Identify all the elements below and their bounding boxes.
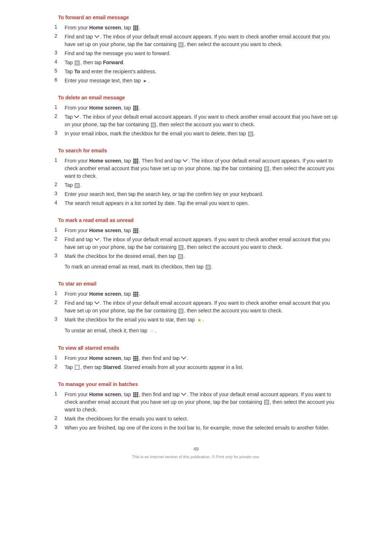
chevron-icon [183, 159, 188, 162]
steps-mark-unread: 1 From your Home screen, tap . 2 Find an… [51, 227, 341, 260]
step-text: From your Home screen, tap . [65, 104, 140, 112]
note-unstar: To unstar an email, check it, then tap ☆… [65, 327, 341, 335]
square-icon [75, 365, 79, 370]
star-icon: ★ [197, 316, 202, 324]
section-star-email: To star an email 1 From your Home screen… [51, 281, 341, 335]
step-text: The search result appears in a list sort… [65, 200, 249, 207]
step-item: 5 Tap To and enter the recipient's addre… [51, 68, 341, 75]
dot-icon [151, 123, 156, 127]
step-item: 4 The search result appears in a list so… [51, 200, 341, 207]
step-number: 2 [54, 415, 65, 423]
step-text: From your Home screen, tap . [65, 227, 140, 234]
dot-icon [178, 254, 183, 259]
dot-icon [264, 167, 269, 171]
grid-icon [133, 159, 138, 164]
step-item: 1 From your Home screen, tap . Then find… [51, 157, 341, 180]
dot-icon [75, 61, 79, 65]
step-number: 4 [54, 59, 65, 66]
section-title-delete: To delete an email message [51, 95, 341, 100]
chevron-icon [182, 357, 186, 360]
step-number: 2 [54, 236, 65, 251]
step-item: 2 Find and tap . The inbox of your defau… [51, 236, 341, 251]
step-text: From your Home screen, tap . Then find a… [65, 157, 341, 180]
step-text: In your email inbox, mark the checkbox f… [65, 130, 255, 138]
dot-icon [179, 309, 183, 313]
step-text: From your Home screen, tap . [65, 290, 140, 298]
step-item: 6 Enter your message text, then tap ►. [51, 77, 341, 85]
step-item: 3 Enter your search text, then tap the s… [51, 190, 341, 198]
step-number: 5 [54, 68, 65, 75]
step-item: 2 Tap . [51, 181, 341, 189]
step-number: 2 [54, 181, 65, 189]
step-number: 3 [54, 424, 65, 432]
section-title-forward: To forward an email message [51, 15, 341, 20]
step-text: From your Home screen, tap . [65, 24, 140, 32]
step-item: 2 Tap , then tap Starred. Starred emails… [51, 364, 341, 371]
grid-icon [133, 392, 138, 397]
grid-icon [133, 292, 138, 297]
step-text: Find and tap the message you want to for… [65, 50, 171, 57]
step-item: 2 Find and tap . The inbox of your defau… [51, 299, 341, 315]
step-item: 1 From your Home screen, tap . [51, 24, 341, 32]
section-title-mark-unread: To mark a read email as unread [51, 217, 341, 223]
chevron-icon [75, 115, 79, 118]
grid-icon [133, 25, 138, 30]
dot-icon [179, 42, 183, 47]
step-text: Tap , then tap Forward. [65, 59, 124, 66]
step-number: 3 [54, 50, 65, 57]
send-icon: ► [143, 78, 147, 84]
step-item: 1 From your Home screen, tap , then find… [51, 391, 341, 414]
step-text: Enter your message text, then tap ►. [65, 77, 150, 85]
star-empty-icon: ☆ [150, 327, 154, 335]
step-number: 2 [54, 33, 65, 48]
step-item: 4 Tap , then tap Forward. [51, 59, 341, 66]
step-number: 2 [54, 364, 65, 371]
dot-icon [179, 245, 183, 250]
dot-icon [248, 132, 253, 136]
step-text: Mark the checkbox for the email you want… [65, 316, 204, 324]
step-item: 3 Mark the checkbox for the desired emai… [51, 253, 341, 260]
step-item: 1 From your Home screen, tap . [51, 104, 341, 112]
step-text: When you are finished, tap one of the ic… [65, 424, 329, 432]
step-number: 1 [54, 391, 65, 414]
step-text: From your Home screen, tap , then find a… [65, 391, 341, 414]
section-mark-unread: To mark a read email as unread 1 From yo… [51, 217, 341, 271]
step-item: 2 Find and tap . The inbox of your defau… [51, 33, 341, 48]
steps-manage-batches: 1 From your Home screen, tap , then find… [51, 391, 341, 432]
step-number: 1 [54, 104, 65, 112]
step-number: 1 [54, 24, 65, 32]
section-manage-batches: To manage your email in batches 1 From y… [51, 381, 341, 432]
step-text: Find and tap . The inbox of your default… [65, 33, 341, 48]
note-mark-unread: To mark an unread email as read, mark it… [65, 263, 341, 271]
section-forward-email: To forward an email message 1 From your … [51, 15, 341, 85]
step-number: 1 [54, 227, 65, 234]
step-text: Mark the checkboxes for the emails you w… [65, 415, 188, 423]
page-number: 49 [193, 446, 199, 452]
chevron-icon [95, 238, 99, 241]
step-number: 3 [54, 130, 65, 138]
steps-delete: 1 From your Home screen, tap . 2 Tap . T… [51, 104, 341, 138]
step-item: 3 When you are finished, tap one of the … [51, 424, 341, 432]
grid-icon [133, 356, 138, 361]
step-number: 1 [54, 157, 65, 180]
grid-icon [133, 106, 138, 111]
step-item: 3 Find and tap the message you want to f… [51, 50, 341, 57]
step-number: 1 [54, 354, 65, 362]
step-text: Tap . [65, 181, 82, 189]
dot-icon [264, 400, 269, 405]
step-item: 1 From your Home screen, tap . [51, 227, 341, 234]
steps-star: 1 From your Home screen, tap . 2 Find an… [51, 290, 341, 324]
step-item: 1 From your Home screen, tap . [51, 290, 341, 298]
chevron-icon [182, 393, 186, 396]
section-view-starred: To view all starred emails 1 From your H… [51, 345, 341, 371]
chevron-icon [95, 301, 99, 304]
step-item: 3 In your email inbox, mark the checkbox… [51, 130, 341, 138]
step-text: Enter your search text, then tap the sea… [65, 190, 264, 198]
section-search-emails: To search for emails 1 From your Home sc… [51, 148, 341, 207]
steps-view-starred: 1 From your Home screen, tap , then find… [51, 354, 341, 371]
footer-legal: This is an Internet version of this publ… [51, 455, 341, 459]
step-text: Find and tap . The inbox of your default… [65, 236, 341, 251]
dot-icon [206, 265, 211, 270]
step-item: 1 From your Home screen, tap , then find… [51, 354, 341, 362]
steps-forward: 1 From your Home screen, tap . 2 Find an… [51, 24, 341, 85]
